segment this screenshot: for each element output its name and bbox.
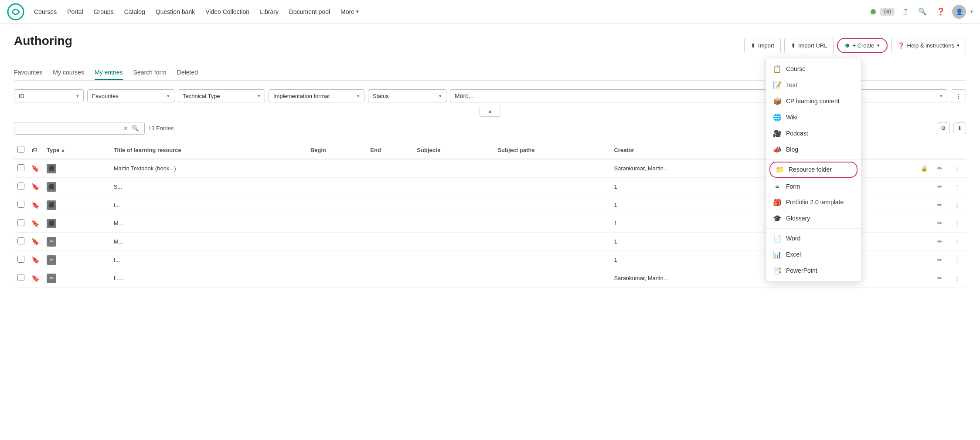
row-checkbox[interactable] xyxy=(17,256,24,263)
blog-icon: 📣 xyxy=(773,146,782,154)
select-all-checkbox[interactable] xyxy=(17,146,24,153)
more-options-button[interactable]: ⋮ xyxy=(952,163,963,173)
nav-video-collection[interactable]: Video Collection xyxy=(201,6,254,18)
bookmark-icon[interactable]: 🔖 xyxy=(31,165,40,172)
bookmark-empty-icon[interactable]: 🔖 xyxy=(31,238,40,245)
help-button[interactable]: ❓ xyxy=(934,6,948,17)
filter-technical-type[interactable]: Technical Type ▾ xyxy=(178,89,265,102)
edit-button[interactable]: ✏ xyxy=(935,218,945,228)
nav-catalog[interactable]: Catalog xyxy=(120,6,150,18)
filter-options-button[interactable]: ⚙ xyxy=(937,122,950,134)
dropdown-item-excel[interactable]: 📊 Excel xyxy=(766,247,861,263)
dropdown-item-resource-folder[interactable]: 📁 Resource folder xyxy=(769,162,858,178)
more-options-button[interactable]: ⋮ xyxy=(952,182,963,192)
row-checkbox[interactable] xyxy=(17,183,24,190)
lock-icon: 🔒 xyxy=(921,165,928,172)
nav-question-bank[interactable]: Question bank xyxy=(151,6,199,18)
col-begin[interactable]: Begin xyxy=(307,142,367,159)
filter-more[interactable]: More... ▾ xyxy=(450,89,947,102)
dropdown-item-blog[interactable]: 📣 Blog xyxy=(766,142,861,158)
type-cube-icon: ⬛ xyxy=(47,219,56,228)
download-button[interactable]: ⬇ xyxy=(953,122,966,134)
dropdown-item-cp-learning[interactable]: 📦 CP learning content xyxy=(766,93,861,109)
bookmark-empty-icon[interactable]: 🔖 xyxy=(31,256,40,264)
search-submit-button[interactable]: 🔍 xyxy=(130,124,141,132)
avatar[interactable]: 👤 xyxy=(952,5,966,19)
col-subject-paths[interactable]: Subject paths xyxy=(494,142,610,159)
dropdown-item-powerpoint[interactable]: 📑 PowerPoint xyxy=(766,263,861,279)
dropdown-item-glossary[interactable]: 🎓 Glossary xyxy=(766,210,861,227)
import-url-button[interactable]: ⬆ Import URL xyxy=(784,38,834,53)
filter-favourites[interactable]: Favourites ▾ xyxy=(87,89,174,102)
edit-button[interactable]: ✏ xyxy=(935,273,945,283)
row-checkbox[interactable] xyxy=(17,274,24,281)
col-subjects[interactable]: Subjects xyxy=(413,142,494,159)
chevron-down-icon: ▾ xyxy=(940,93,943,99)
sort-icon: ▲ xyxy=(61,148,65,152)
dropdown-item-wiki[interactable]: 🌐 Wiki xyxy=(766,109,861,125)
row-checkbox[interactable] xyxy=(17,164,24,171)
tab-my-entries[interactable]: My entries xyxy=(95,65,123,80)
row-checkbox[interactable] xyxy=(17,201,24,208)
filter-status[interactable]: Status ▾ xyxy=(368,89,446,102)
edit-button[interactable]: ✏ xyxy=(935,200,945,210)
edit-button[interactable]: ✏ xyxy=(935,163,945,173)
type-cube-icon: ⬛ xyxy=(47,200,56,210)
cell-title: f...... xyxy=(110,269,307,288)
edit-button[interactable]: ✏ xyxy=(935,237,945,247)
nav-library[interactable]: Library xyxy=(255,6,283,18)
col-creator[interactable]: Creator xyxy=(610,142,772,159)
import-button[interactable]: ⬆ Import xyxy=(744,38,781,53)
dropdown-item-test[interactable]: 📝 Test xyxy=(766,77,861,93)
dropdown-item-form[interactable]: ≡ Form xyxy=(766,179,861,194)
row-checkbox[interactable] xyxy=(17,237,24,244)
nav-groups[interactable]: Groups xyxy=(89,6,118,18)
nav-courses[interactable]: Courses xyxy=(30,6,61,18)
row-checkbox[interactable] xyxy=(17,219,24,226)
filter-extra-options[interactable]: ⋮ xyxy=(951,89,966,102)
nav-more[interactable]: More ▾ xyxy=(336,6,363,18)
bookmark-empty-icon[interactable]: 🔖 xyxy=(31,274,40,282)
tab-deleted[interactable]: Deleted xyxy=(177,65,198,80)
cell-creator: Sarankumar, Martin... xyxy=(610,159,772,178)
cell-subjects xyxy=(413,159,494,178)
chevron-down-icon[interactable]: ▾ xyxy=(970,9,973,14)
dropdown-item-portfolio[interactable]: 🎒 Portfolio 2.0 template xyxy=(766,194,861,210)
dropdown-item-course[interactable]: 📋 Course xyxy=(766,61,861,77)
create-button[interactable]: ⊕ + Create ▾ xyxy=(837,38,887,53)
nav-portal[interactable]: Portal xyxy=(63,6,88,18)
col-end[interactable]: End xyxy=(367,142,413,159)
type-pencil-icon: ✏ xyxy=(47,237,56,247)
nav-document-pool[interactable]: Document pool xyxy=(285,6,334,18)
edit-button[interactable]: ✏ xyxy=(935,255,945,265)
collapse-filters-button[interactable]: ▲ xyxy=(480,106,500,117)
app-logo[interactable] xyxy=(7,3,24,20)
col-title[interactable]: Title of learning resource xyxy=(110,142,307,159)
search-input[interactable] xyxy=(18,125,122,132)
more-options-button[interactable]: ⋮ xyxy=(952,237,963,247)
filter-id[interactable]: ID ▾ xyxy=(14,89,84,102)
edit-button[interactable]: ✏ xyxy=(935,182,945,192)
filter-implementation-format[interactable]: Implementation format ▾ xyxy=(269,89,364,102)
dropdown-item-podcast[interactable]: 🎥 Podcast xyxy=(766,125,861,142)
dropdown-divider-1 xyxy=(766,159,861,160)
search-button[interactable]: 🔍 xyxy=(915,6,929,17)
tab-search-form[interactable]: Search form xyxy=(133,65,167,80)
more-options-button[interactable]: ⋮ xyxy=(952,218,963,228)
cell-title: S... xyxy=(110,178,307,196)
more-options-button[interactable]: ⋮ xyxy=(952,200,963,210)
bookmark-empty-icon[interactable]: 🔖 xyxy=(31,183,40,190)
more-options-button[interactable]: ⋮ xyxy=(952,273,963,283)
bookmark-empty-icon[interactable]: 🔖 xyxy=(31,201,40,209)
print-button[interactable]: 🖨 xyxy=(899,6,911,17)
help-instructions-button[interactable]: ❓ Help & instructions ▾ xyxy=(891,38,966,53)
col-type[interactable]: Type ▲ xyxy=(43,142,110,159)
more-options-button[interactable]: ⋮ xyxy=(952,255,963,265)
tab-favourites[interactable]: Favourites xyxy=(14,65,42,80)
bookmark-icon[interactable]: 🔖 xyxy=(31,220,40,227)
chevron-down-icon: ▾ xyxy=(356,9,359,14)
tab-my-courses[interactable]: My courses xyxy=(53,65,84,80)
dropdown-item-word[interactable]: 📄 Word xyxy=(766,230,861,247)
clear-search-button[interactable]: ✕ xyxy=(122,124,130,132)
cell-end xyxy=(367,159,413,178)
